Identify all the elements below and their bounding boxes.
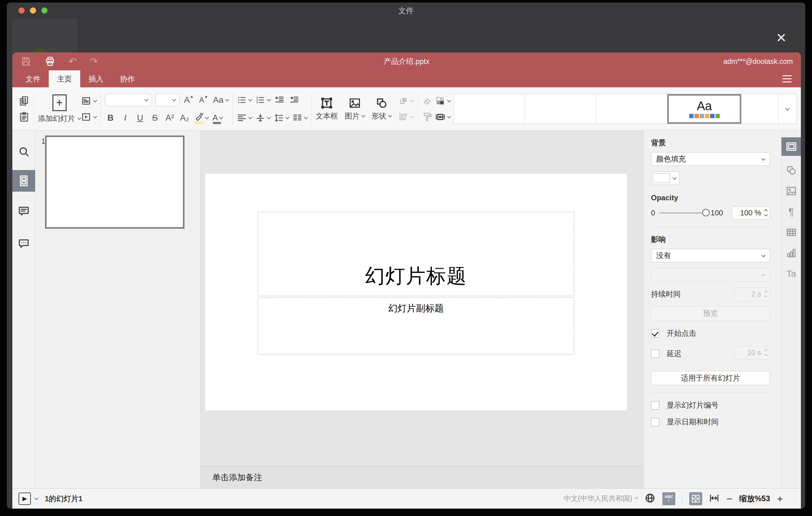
start-slideshow-status-button[interactable]: ▶ [19, 492, 31, 505]
slide-layout-button[interactable] [81, 94, 96, 108]
bold-button[interactable]: B [105, 111, 116, 125]
duration-spinner: 2 s [734, 288, 770, 300]
zoom-level: 缩放%53 [739, 493, 770, 504]
toolbar: + 添加幻灯片 [12, 87, 801, 131]
maximize-traffic-button[interactable] [41, 7, 48, 13]
apply-to-all-slides-button[interactable]: 适用于所有幻灯片 [651, 371, 770, 385]
underline-button[interactable]: U [135, 111, 146, 125]
undo-icon[interactable]: ↶ [68, 56, 77, 66]
spellcheck-icon[interactable]: ABC✓ [662, 492, 675, 505]
opacity-spinner[interactable]: 100 % [732, 206, 770, 220]
insert-textbox-button[interactable]: 文本框 [316, 97, 338, 121]
font-size-select[interactable] [155, 94, 179, 106]
slide-thumbnails-panel: 1 [35, 131, 201, 488]
font-color-button[interactable]: A [212, 111, 223, 125]
tab-collaboration[interactable]: 协作 [112, 70, 143, 87]
arrange-shape-button [398, 94, 414, 108]
tab-file[interactable]: 文件 [17, 70, 49, 87]
opacity-slider-knob[interactable] [702, 209, 709, 216]
print-icon[interactable] [45, 55, 56, 68]
start-slideshow-button[interactable] [81, 110, 96, 124]
tab-home[interactable]: 主页 [49, 70, 80, 87]
tab-insert[interactable]: 插入 [80, 70, 112, 87]
fit-to-width-icon[interactable] [709, 493, 720, 505]
close-icon[interactable]: ✕ [776, 31, 787, 45]
start-on-click-checkbox[interactable] [651, 329, 659, 338]
fill-color-picker[interactable] [651, 171, 679, 185]
superscript-button[interactable]: A² [164, 111, 175, 125]
search-icon[interactable] [12, 143, 35, 160]
add-slide-icon[interactable]: + [53, 94, 67, 111]
horizontal-align-button[interactable] [237, 111, 252, 125]
decrease-indent-icon[interactable] [274, 93, 285, 107]
close-traffic-button[interactable] [19, 7, 25, 13]
theme-item[interactable] [525, 94, 596, 124]
subscript-button[interactable]: A₂ [179, 111, 190, 125]
comments-icon[interactable] [12, 203, 35, 220]
paragraph-settings-icon[interactable]: ¶ [781, 205, 801, 218]
title-placeholder[interactable]: 幻灯片标题 [258, 212, 575, 296]
insert-image-button[interactable]: 图片 [345, 97, 365, 121]
shape-settings-icon[interactable] [781, 164, 801, 176]
slide-info: 1的幻灯片1 [45, 494, 83, 504]
color-scheme-button[interactable] [435, 94, 451, 108]
notes-area[interactable]: 单击添加备注 [201, 466, 643, 488]
textart-settings-icon[interactable]: Ta [781, 267, 801, 280]
effect-label: 影响 [651, 234, 770, 245]
numbered-list-button[interactable]: 1 2 3 [256, 93, 270, 107]
slide-size-button[interactable] [435, 110, 451, 124]
redo-icon[interactable]: ↷ [90, 56, 98, 66]
slide[interactable]: 幻灯片标题 幻灯片副标题 [205, 174, 627, 410]
theme-item[interactable] [596, 94, 668, 124]
subtitle-placeholder[interactable]: 幻灯片副标题 [258, 297, 575, 355]
highlight-color-button[interactable] [194, 111, 208, 125]
vertical-align-button[interactable] [256, 111, 270, 125]
theme-item[interactable] [454, 94, 525, 124]
editor-header: 产品介绍.pptx ↶ ↷ adm***@dootask.com [12, 53, 801, 70]
menu-icon[interactable] [782, 75, 792, 82]
increase-indent-icon[interactable] [289, 93, 300, 107]
save-icon[interactable] [20, 55, 31, 68]
decrease-font-icon[interactable]: A▼ [198, 93, 209, 107]
slide-thumbnail[interactable] [45, 136, 184, 229]
increase-font-icon[interactable]: A▲ [183, 93, 194, 107]
slides-panel-icon[interactable] [12, 170, 35, 192]
opacity-slider[interactable] [659, 212, 705, 213]
start-on-click-label: 开始点击 [667, 328, 696, 338]
effect-option-select [651, 268, 770, 282]
bullet-list-button[interactable] [237, 93, 252, 107]
table-settings-icon[interactable] [781, 226, 801, 238]
paste-icon[interactable] [19, 110, 30, 124]
zoom-in-button[interactable]: + [777, 493, 783, 504]
minimize-traffic-button[interactable] [30, 7, 36, 13]
columns-button[interactable] [292, 111, 307, 125]
chart-settings-icon[interactable] [781, 247, 801, 259]
status-bar: ▶ 1的幻灯片1 中文(中华人民共和国) ABC✓ [12, 488, 801, 509]
slide-settings-icon[interactable] [781, 137, 801, 156]
add-slide-button[interactable]: 添加幻灯片 [38, 114, 81, 123]
line-spacing-button[interactable] [274, 111, 289, 125]
strikethrough-button[interactable]: S [149, 111, 161, 125]
chat-icon[interactable] [12, 235, 35, 252]
zoom-out-button[interactable]: − [726, 493, 732, 504]
theme-item[interactable] [741, 94, 778, 124]
fill-type-select[interactable]: 颜色填充 [651, 152, 770, 166]
language-selector[interactable]: 中文(中华人民共和国) [564, 494, 638, 503]
italic-button[interactable]: I [120, 111, 131, 125]
effect-select[interactable]: 没有 [651, 249, 770, 262]
delay-checkbox[interactable] [651, 350, 659, 358]
presentation-editor: 产品介绍.pptx ↶ ↷ adm***@dootask.com 文件 [12, 53, 801, 509]
opacity-max: 100 [710, 209, 723, 217]
set-language-icon[interactable] [644, 492, 656, 505]
image-settings-icon[interactable] [781, 185, 801, 197]
copy-icon[interactable] [19, 94, 30, 108]
theme-item-selected[interactable]: Aa [667, 94, 741, 124]
show-slide-number-checkbox[interactable] [651, 401, 659, 409]
show-date-checkbox[interactable] [651, 418, 659, 426]
copy-style-icon [422, 110, 433, 124]
theme-gallery-expand-button[interactable] [778, 94, 796, 124]
fit-to-slide-icon[interactable] [689, 492, 702, 505]
insert-shape-button[interactable]: 形状 [372, 97, 392, 121]
change-case-button[interactable]: Aa [213, 93, 229, 107]
font-name-select[interactable] [105, 94, 152, 106]
